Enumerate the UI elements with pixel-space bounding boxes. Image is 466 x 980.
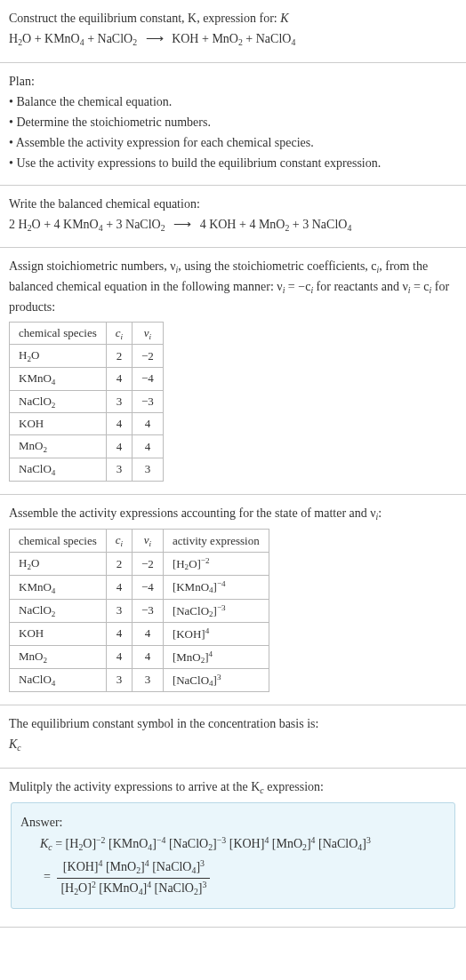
assemble-section: Assemble the activity expressions accoun… bbox=[0, 495, 466, 705]
cell-c: 3 bbox=[106, 599, 132, 622]
table-row: NaClO433 bbox=[10, 458, 164, 482]
species-h2o: H2O bbox=[9, 32, 31, 45]
plus: + bbox=[202, 32, 212, 45]
answer-expression-line2: = [KOH]4 [MnO2]4 [NaClO4]3 [H2O]2 [KMnO4… bbox=[20, 857, 446, 898]
col-species: chemical species bbox=[10, 322, 107, 345]
plus: + bbox=[106, 218, 116, 231]
species-koh: KOH bbox=[172, 32, 198, 45]
table-row: H2O2−2[H2O]−2 bbox=[10, 553, 269, 576]
term: [NaClO4]3 bbox=[318, 837, 371, 850]
multiply-title: Mulitply the activity expressions to arr… bbox=[9, 777, 457, 798]
kc-section: The equilibrium constant symbol in the c… bbox=[0, 705, 466, 769]
col-ci: ci bbox=[106, 322, 132, 345]
cell-species: NaClO4 bbox=[10, 458, 107, 482]
kc-symbol: Kc bbox=[9, 735, 457, 755]
fraction: [KOH]4 [MnO2]4 [NaClO4]3 [H2O]2 [KMnO4]4… bbox=[57, 857, 210, 898]
cell-species: KOH bbox=[10, 622, 107, 645]
header-section: Construct the equilibrium constant, K, e… bbox=[0, 0, 466, 63]
cell-c: 4 bbox=[106, 622, 132, 645]
stoich-table: chemical species ci νi H2O2−2 KMnO44−4 N… bbox=[9, 322, 164, 482]
cell-species: KMnO4 bbox=[10, 576, 107, 599]
table-row: KMnO44−4 bbox=[10, 367, 164, 390]
cell-v: 4 bbox=[133, 435, 164, 458]
cell-v: −4 bbox=[133, 367, 164, 390]
table-row: KMnO44−4[KMnO4]−4 bbox=[10, 576, 269, 599]
col-species: chemical species bbox=[10, 530, 107, 553]
balanced-equation: 2 H2O + 4 KMnO4 + 3 NaClO2 ⟶ 4 KOH + 4 M… bbox=[9, 215, 457, 235]
reaction-arrow-icon: ⟶ bbox=[168, 218, 197, 231]
cell-v: −2 bbox=[133, 553, 164, 576]
coef: 2 bbox=[9, 218, 19, 231]
kc-text: The equilibrium constant symbol in the c… bbox=[9, 714, 457, 733]
header-line1: Construct the equilibrium constant, K, e… bbox=[9, 9, 457, 28]
plan-bullet-1: • Balance the chemical equation. bbox=[9, 92, 457, 111]
species-koh: KOH bbox=[209, 218, 236, 231]
cell-v: 4 bbox=[133, 413, 164, 435]
multiply-section: Mulitply the activity expressions to arr… bbox=[0, 769, 466, 928]
cell-v: 3 bbox=[133, 668, 164, 691]
cell-activity: [KOH]4 bbox=[163, 622, 269, 645]
cell-v: −3 bbox=[133, 599, 164, 622]
cell-activity: [MnO2]4 bbox=[163, 645, 269, 668]
table-row: KOH44 bbox=[10, 413, 164, 435]
table-row: NaClO23−3[NaClO2]−3 bbox=[10, 599, 269, 622]
cell-species: NaClO2 bbox=[10, 390, 107, 413]
coef: 3 bbox=[116, 218, 126, 231]
species-naclo2: NaClO2 bbox=[98, 32, 138, 45]
header-text: Construct the equilibrium constant, K, e… bbox=[9, 12, 277, 25]
reaction-arrow-icon: ⟶ bbox=[141, 32, 169, 45]
col-ci: ci bbox=[106, 530, 132, 553]
cell-v: −2 bbox=[133, 345, 164, 368]
assemble-title: Assemble the activity expressions accoun… bbox=[9, 504, 457, 524]
cell-species: KMnO4 bbox=[10, 367, 107, 390]
col-vi: νi bbox=[133, 530, 164, 553]
cell-c: 4 bbox=[106, 413, 132, 435]
cell-c: 4 bbox=[106, 367, 132, 390]
table-row: MnO244 bbox=[10, 435, 164, 458]
answer-expression-line1: Kc = [H2O]−2 [KMnO4]−4 [NaClO2]−3 [KOH]4… bbox=[20, 834, 446, 855]
cell-activity: [NaClO2]−3 bbox=[163, 599, 269, 622]
plus: + bbox=[35, 32, 44, 45]
cell-c: 4 bbox=[106, 576, 132, 599]
coef: 4 bbox=[249, 218, 259, 231]
table-row: NaClO433[NaClO4]3 bbox=[10, 668, 269, 691]
plan-bullet-4: • Use the activity expressions to build … bbox=[9, 154, 457, 172]
answer-box: Answer: Kc = [H2O]−2 [KMnO4]−4 [NaClO2]−… bbox=[11, 802, 455, 909]
plus: + bbox=[293, 218, 302, 231]
plus: + bbox=[245, 32, 255, 45]
table-header-row: chemical species ci νi bbox=[10, 322, 164, 345]
table-row: H2O2−2 bbox=[10, 345, 164, 368]
species-h2o: H2O bbox=[19, 218, 41, 231]
col-activity: activity expression bbox=[163, 530, 269, 553]
plan-bullet-3: • Assemble the activity expression for e… bbox=[9, 133, 457, 152]
species-naclo2: NaClO2 bbox=[125, 218, 165, 231]
answer-label: Answer: bbox=[20, 813, 446, 832]
cell-v: 4 bbox=[133, 622, 164, 645]
species-naclo4: NaClO4 bbox=[256, 32, 296, 45]
term: [KOH]4 bbox=[229, 837, 269, 850]
cell-activity: [NaClO4]3 bbox=[163, 668, 269, 691]
species-kmno4: KMnO4 bbox=[44, 32, 84, 45]
cell-v: −3 bbox=[133, 390, 164, 413]
plus: + bbox=[239, 218, 249, 231]
cell-activity: [H2O]−2 bbox=[163, 553, 269, 576]
fraction-numerator: [KOH]4 [MnO2]4 [NaClO4]3 bbox=[57, 857, 210, 879]
species-naclo4: NaClO4 bbox=[312, 218, 352, 231]
header-equation: H2O + KMnO4 + NaClO2 ⟶ KOH + MnO2 + NaCl… bbox=[9, 29, 457, 50]
table-row: NaClO23−3 bbox=[10, 390, 164, 413]
plan-section: Plan: • Balance the chemical equation. •… bbox=[0, 63, 466, 186]
plus: + bbox=[44, 218, 53, 231]
cell-activity: [KMnO4]−4 bbox=[163, 576, 269, 599]
equals: = bbox=[44, 870, 53, 883]
table-row: KOH44[KOH]4 bbox=[10, 622, 269, 645]
cell-c: 3 bbox=[106, 458, 132, 482]
assign-section: Assign stoichiometric numbers, νi, using… bbox=[0, 248, 466, 495]
cell-c: 4 bbox=[106, 435, 132, 458]
term: [KMnO4]−4 bbox=[108, 837, 165, 850]
cell-species: H2O bbox=[10, 345, 107, 368]
cell-c: 2 bbox=[106, 553, 132, 576]
cell-species: NaClO2 bbox=[10, 599, 107, 622]
cell-species: KOH bbox=[10, 413, 107, 435]
activity-table: chemical species ci νi activity expressi… bbox=[9, 529, 269, 692]
term: [H2O]−2 bbox=[66, 837, 106, 850]
